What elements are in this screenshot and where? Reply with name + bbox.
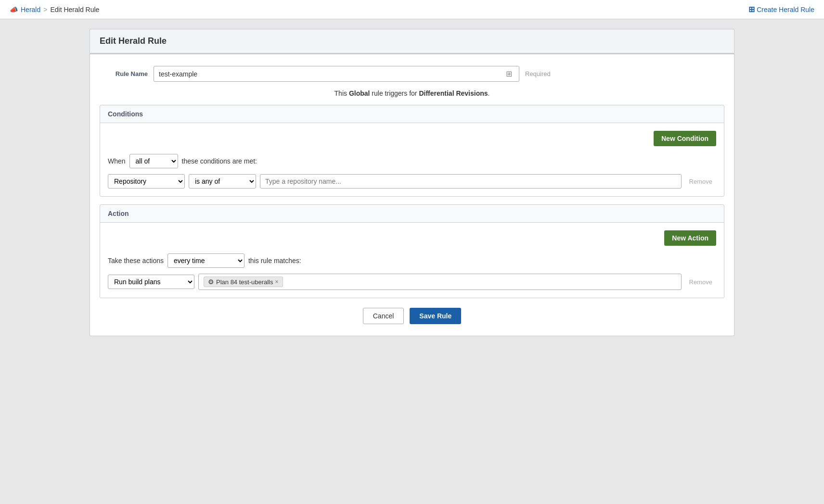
page-content: Rule Name ⊞ Required This Global rule tr… [90,54,734,336]
action-body: New Action Take these actions every time… [100,223,724,298]
take-text: Take these actions [108,257,164,265]
action-value-box[interactable]: ⚙ Plan 84 test-uberalls × [198,274,682,290]
desc-part1: This [335,89,349,97]
required-label: Required [525,70,551,77]
conditions-top-row: New Condition [108,131,716,146]
new-condition-button[interactable]: New Condition [654,131,716,146]
plan-tag-remove[interactable]: × [275,278,279,285]
page-container: Edit Herald Rule Rule Name ⊞ Required Th… [80,19,744,346]
condition-row-1: Repository Author Title is any of is not… [108,174,716,189]
every-time-select[interactable]: every time only the first time [167,253,245,268]
action-top-row: New Action [108,230,716,246]
conditions-body: New Condition When all of any of none of… [100,123,724,196]
top-bar: 📣 Herald > Edit Herald Rule ⊞ Create Her… [0,0,824,19]
action-section: Action New Action Take these actions eve… [100,204,724,298]
rule-matches-text: this rule matches: [248,257,301,265]
rule-name-label: Rule Name [100,70,148,77]
conditions-section: Conditions New Condition When all of any… [100,105,724,197]
condition-remove-button[interactable]: Remove [685,176,716,187]
condition-value-input[interactable] [260,174,682,189]
desc-bold2: Differential Revisions [419,89,488,97]
plus-icon: ⊞ [748,5,755,14]
footer-row: Cancel Save Rule [100,308,724,324]
save-button[interactable]: Save Rule [410,308,461,324]
conditions-logic-row: When all of any of none of these conditi… [108,154,716,168]
create-btn-label: Create Herald Rule [757,6,814,13]
desc-bold1: Global [349,89,370,97]
page-header: Edit Herald Rule [90,29,734,54]
breadcrumb-sep: > [43,6,47,13]
action-condition-row: Run build plans Send email Add subscribe… [108,274,716,290]
new-action-button[interactable]: New Action [664,230,716,246]
action-header: Action [100,205,724,223]
action-remove-button[interactable]: Remove [685,277,716,288]
rule-name-row: Rule Name ⊞ Required [100,66,724,82]
rule-name-icon-button[interactable]: ⊞ [504,69,514,78]
conditions-header: Conditions [100,105,724,123]
build-plan-icon: ⚙ [208,278,214,286]
when-text: When [108,157,126,165]
rule-description: This Global rule triggers for Differenti… [100,89,724,97]
plan-tag-label: Plan 84 test-uberalls [216,278,273,286]
desc-end: . [488,89,490,97]
breadcrumb: 📣 Herald > Edit Herald Rule [10,6,99,13]
desc-part2: rule triggers for [370,89,419,97]
action-frequency-row: Take these actions every time only the f… [108,253,716,268]
condition-field-select[interactable]: Repository Author Title [108,174,185,189]
action-type-select[interactable]: Run build plans Send email Add subscribe… [108,275,194,289]
all-of-select[interactable]: all of any of none of [129,154,178,168]
breadcrumb-herald-link[interactable]: Herald [21,6,40,13]
conditions-met-text: these conditions are met: [182,157,257,165]
cancel-button[interactable]: Cancel [363,308,404,324]
condition-operator-select[interactable]: is any of is not any of [189,174,256,189]
plan-tag: ⚙ Plan 84 test-uberalls × [204,277,283,287]
create-herald-rule-button[interactable]: ⊞ Create Herald Rule [748,5,814,14]
rule-name-input-wrapper: ⊞ [154,66,519,82]
herald-icon: 📣 [10,6,18,13]
rule-name-field[interactable] [159,70,504,78]
page-title: Edit Herald Rule [100,36,724,46]
breadcrumb-current: Edit Herald Rule [50,6,99,13]
